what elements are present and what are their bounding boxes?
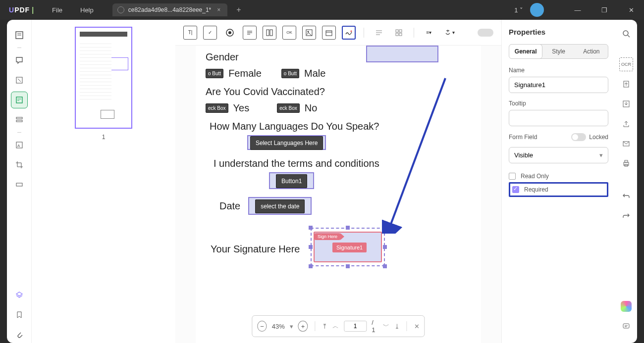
terms-label: I understand the terms and conditions (214, 158, 471, 169)
female-label: Female (228, 68, 262, 79)
minimize-icon[interactable]: — (568, 2, 588, 17)
svg-rect-38 (625, 160, 628, 162)
checkbox-tool[interactable]: ✓ (203, 26, 217, 40)
menu-help[interactable]: Help (71, 6, 103, 14)
signature-name-badge: Signature1 (332, 243, 367, 252)
readonly-checkbox[interactable] (509, 173, 516, 180)
ocr-icon[interactable]: A (11, 137, 28, 153)
next-page-icon[interactable]: ﹀ (383, 322, 389, 331)
export-icon[interactable] (619, 77, 633, 91)
lang-select-wrap[interactable]: Select Languages Here (247, 135, 326, 150)
image-tool[interactable] (302, 26, 316, 40)
tab-add-icon[interactable]: + (236, 5, 241, 14)
redo-icon[interactable] (619, 209, 633, 223)
crop-icon[interactable] (11, 156, 28, 173)
readonly-row[interactable]: Read Only (509, 170, 608, 182)
attachment-icon[interactable] (11, 326, 28, 343)
page-total: / 1 (372, 319, 378, 334)
radio-female-tag[interactable]: o Butt (206, 69, 223, 78)
tab-count[interactable]: 1 ˅ (514, 6, 523, 14)
edit-text-icon[interactable] (11, 72, 28, 89)
zoom-in-icon[interactable]: + (298, 321, 308, 332)
svg-point-32 (623, 31, 628, 36)
tab-style[interactable]: Style (542, 45, 575, 58)
required-row[interactable]: Required (512, 185, 605, 194)
chat-icon[interactable] (619, 319, 633, 333)
listbox-tool[interactable] (263, 26, 276, 40)
date-wrap[interactable]: select the date (248, 197, 312, 215)
name-input[interactable] (509, 77, 608, 93)
button-tool[interactable]: OK (282, 26, 296, 40)
form-mode-icon[interactable] (11, 92, 28, 108)
mail-icon[interactable] (619, 137, 633, 150)
visibility-select[interactable]: Visible ▾ (509, 147, 608, 163)
chevron-down-icon: ▾ (599, 151, 603, 159)
svg-rect-7 (16, 117, 22, 119)
form-toolbar: T| ✓ OK ≡▾ ▾ (175, 20, 501, 46)
tooltip-input[interactable] (509, 110, 608, 126)
first-page-icon[interactable]: ⤒ (322, 323, 327, 330)
signature-tool[interactable] (342, 26, 356, 40)
distribute-tool[interactable] (392, 26, 406, 40)
zoom-dropdown-icon[interactable]: ▾ (290, 323, 293, 330)
menu-file[interactable]: File (43, 6, 71, 14)
radio-tool[interactable] (223, 26, 237, 40)
lang-select-button[interactable]: Select Languages Here (250, 136, 323, 150)
layers-icon[interactable] (11, 287, 28, 303)
zoom-out-icon[interactable]: − (257, 321, 267, 332)
svg-rect-19 (306, 30, 312, 36)
redact-icon[interactable] (11, 176, 28, 193)
globe-icon[interactable] (530, 3, 544, 17)
page-thumbnail[interactable] (75, 27, 132, 129)
titlebar: UPDF| File Help ce82ada4d9e8...4a8228eee… (0, 0, 644, 20)
date-tool[interactable] (322, 26, 336, 40)
readonly-label: Read Only (521, 173, 549, 180)
close-footer-icon[interactable]: ✕ (414, 323, 420, 330)
dropdown-tool[interactable] (243, 26, 257, 40)
male-label: Male (304, 68, 325, 79)
share-icon[interactable] (619, 117, 633, 131)
required-checkbox[interactable] (512, 186, 519, 193)
tab-action[interactable]: Action (575, 45, 608, 58)
maximize-icon[interactable]: ❐ (594, 2, 614, 17)
radio-male-tag[interactable]: o Butt (281, 69, 299, 78)
prev-page-icon[interactable]: ︿ (332, 322, 339, 331)
search-icon[interactable] (619, 27, 633, 41)
last-page-icon[interactable]: ⤓ (394, 323, 400, 330)
save-icon[interactable] (619, 97, 633, 111)
tab-doc-icon (117, 6, 124, 13)
undo-icon[interactable] (619, 189, 633, 203)
reader-mode-icon[interactable] (11, 27, 28, 44)
order-tool[interactable]: ≡▾ (422, 26, 436, 40)
preview-toggle[interactable] (478, 29, 493, 37)
date-button[interactable]: select the date (255, 199, 305, 213)
svg-rect-4 (16, 97, 22, 103)
tools-tool[interactable]: ▾ (442, 26, 456, 40)
check-no-tag[interactable]: eck Box (277, 103, 300, 113)
button1-wrap[interactable]: Button1 (269, 172, 314, 189)
svg-rect-27 (396, 30, 398, 32)
tooltip-label: Tooltip (509, 100, 608, 107)
svg-point-13 (228, 31, 231, 34)
align-tool[interactable] (372, 26, 386, 40)
ocr-right-icon[interactable]: OCR (619, 57, 633, 71)
ai-icon[interactable] (619, 299, 633, 313)
check-yes-tag[interactable]: eck Box (206, 103, 228, 113)
button1[interactable]: Button1 (276, 174, 307, 188)
organize-icon[interactable] (11, 111, 28, 128)
comment-icon[interactable] (11, 52, 28, 69)
required-highlight: Required (509, 182, 608, 197)
tab-general[interactable]: General (509, 45, 542, 58)
close-icon[interactable]: ✕ (621, 2, 641, 17)
page-number-input[interactable] (344, 321, 367, 332)
svg-text:A: A (17, 144, 20, 148)
document-tab[interactable]: ce82ada4d9e8...4a8228eee_1* × (112, 3, 228, 16)
tab-close-icon[interactable]: × (215, 6, 222, 13)
print-icon[interactable] (619, 156, 633, 170)
top-field[interactable] (366, 46, 438, 62)
bookmark-icon[interactable] (11, 306, 28, 323)
locked-toggle[interactable] (571, 133, 586, 141)
text-field-tool[interactable]: T| (183, 26, 197, 40)
signature-field[interactable]: Sign Here Signature1 (311, 228, 385, 266)
properties-panel: Properties General Style Action Name Too… (501, 20, 615, 343)
